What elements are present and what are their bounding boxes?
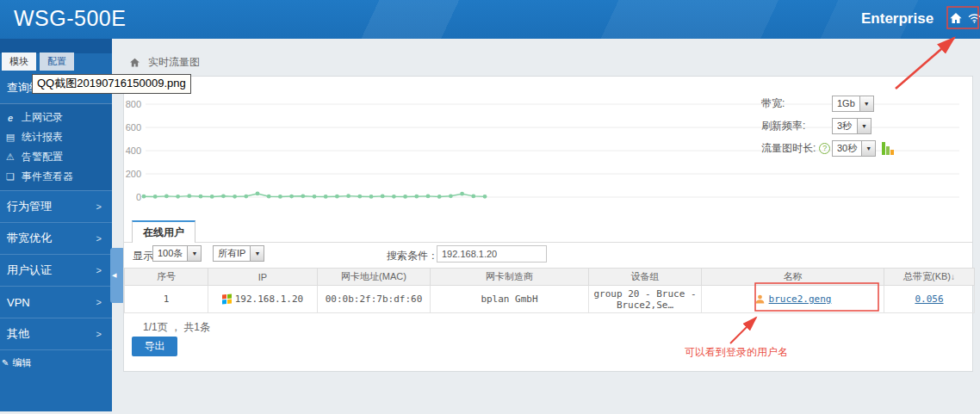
breadcrumb-home-icon[interactable] <box>129 57 140 68</box>
chevron-right-icon: > <box>96 297 102 307</box>
breadcrumb-label: 实时流量图 <box>148 55 200 70</box>
chevron-right-icon: > <box>96 265 102 275</box>
sidebar-item-others[interactable]: 其他 > <box>0 318 112 349</box>
dropdown-arrow-icon: ▼ <box>250 246 264 261</box>
sidebar-item-statistics-report[interactable]: ▤ 统计报表 <box>0 127 112 147</box>
sidebar-item-label: 统计报表 <box>22 130 63 145</box>
sidebar-tab-modules[interactable]: 模块 <box>2 53 36 71</box>
chevron-right-icon: > <box>96 329 102 339</box>
dropdown-arrow-icon: ▼ <box>187 246 201 261</box>
cell-traffic: 0.056 <box>884 286 975 313</box>
dropdown-arrow-icon: ▼ <box>857 119 871 133</box>
breadcrumb: 实时流量图 <box>129 55 200 70</box>
chart-duration-value: 30秒 <box>833 141 861 156</box>
cell-name: bruce2.geng <box>702 286 884 313</box>
col-mac[interactable]: 网卡地址(MAC) <box>318 269 431 286</box>
sidebar-tab-config[interactable]: 配置 <box>40 53 74 71</box>
filename-tooltip: QQ截图20190716150009.png <box>32 74 191 94</box>
col-total-bandwidth[interactable]: 总带宽(KB)↓ <box>884 269 975 286</box>
page-size-select[interactable]: 100条 ▼ <box>152 245 202 262</box>
dropdown-arrow-icon: ▼ <box>859 96 873 111</box>
chart-duration-select[interactable]: 30秒 ▼ <box>832 140 876 157</box>
sidebar-item-label: 告警配置 <box>22 150 63 164</box>
ip-filter-value: 所有IP <box>214 246 250 261</box>
table-header-row: 序号 IP 网卡地址(MAC) 网卡制造商 设备组 名称 总带宽(KB)↓ <box>125 269 975 286</box>
sidebar-item-vpn[interactable]: VPN > <box>0 286 112 318</box>
user-name-link[interactable]: bruce2.geng <box>769 294 832 305</box>
refresh-rate-label: 刷新频率: <box>761 119 832 133</box>
cell-ip: 192.168.1.20 <box>208 286 318 313</box>
export-button[interactable]: 导出 <box>132 337 177 356</box>
bandwidth-label: 带宽: <box>761 96 832 111</box>
table-filter-row: 显示 100条 ▼ 所有IP ▼ 搜索条件： <box>124 245 972 263</box>
app-title: WSG-500E <box>14 6 126 31</box>
user-icon <box>754 294 766 305</box>
cell-vendor: bplan GmbH <box>431 286 589 313</box>
report-icon: ▤ <box>4 132 16 143</box>
sidebar-top-strip <box>0 39 112 53</box>
sidebar-item-behavior-management[interactable]: 行为管理 > <box>0 190 112 222</box>
edit-icon: ✎ <box>2 358 9 368</box>
cell-index: 1 <box>125 286 208 313</box>
pagination-info: 1/1页 ， 共1条 <box>143 320 210 335</box>
sidebar-item-label: 编辑 <box>12 356 31 369</box>
sidebar-item-internet-records[interactable]: e 上网记录 <box>0 108 112 127</box>
tab-strip: 在线用户 <box>124 220 972 243</box>
sidebar-item-user-authentication[interactable]: 用户认证 > <box>0 254 112 286</box>
chart-duration-label: 流量图时长: ? <box>761 141 832 156</box>
col-ip[interactable]: IP <box>208 269 318 286</box>
bar-chart-icon[interactable] <box>882 142 894 155</box>
dropdown-arrow-icon: ▼ <box>861 141 875 156</box>
header-texture <box>0 0 980 39</box>
col-name[interactable]: 名称 <box>702 269 884 286</box>
sidebar-item-label: 带宽优化 <box>7 231 52 246</box>
sort-desc-icon: ↓ <box>951 272 955 281</box>
traffic-link[interactable]: 0.056 <box>915 294 943 305</box>
svg-text:0: 0 <box>136 192 141 202</box>
windows-os-icon <box>222 294 232 305</box>
sidebar-item-label: 其他 <box>7 326 29 342</box>
home-icon[interactable] <box>949 11 963 25</box>
page-size-value: 100条 <box>153 246 187 261</box>
sidebar-item-label: 事件查看器 <box>22 170 73 184</box>
sidebar-item-label: 用户认证 <box>7 263 52 278</box>
search-label: 搜索条件： <box>387 249 438 263</box>
sidebar-item-label: 上网记录 <box>22 110 63 125</box>
chevron-right-icon: > <box>96 233 102 244</box>
cell-mac: 00:0b:2f:7b:df:60 <box>318 286 431 313</box>
bandwidth-select[interactable]: 1Gb ▼ <box>832 96 874 112</box>
search-input[interactable] <box>437 245 547 263</box>
content-panel: 0200400600800 带宽: 1Gb ▼ 刷新频率: 3秒 ▼ 流量图时长… <box>123 76 973 372</box>
help-icon[interactable]: ? <box>819 143 830 154</box>
ip-filter-select[interactable]: 所有IP ▼ <box>213 245 264 262</box>
alert-icon: ⚠ <box>4 151 16 163</box>
wifi-icon[interactable] <box>967 11 980 25</box>
cell-device-group: group 20 - Bruce - Bruce2,Se… <box>589 286 702 313</box>
col-index[interactable]: 序号 <box>125 269 208 286</box>
sidebar-item-label: 行为管理 <box>7 199 52 214</box>
sidebar-item-label: VPN <box>7 296 30 309</box>
online-users-table: 序号 IP 网卡地址(MAC) 网卡制造商 设备组 名称 总带宽(KB)↓ 1 … <box>124 268 975 313</box>
svg-text:800: 800 <box>126 99 141 109</box>
svg-text:400: 400 <box>126 145 141 156</box>
sidebar-item-edit[interactable]: ✎ 编辑 <box>0 349 112 375</box>
table-row: 1 192.168.1.20 00:0b:2f:7b:df:60 bplan G… <box>125 286 975 313</box>
sidebar-submenu: e 上网记录 ▤ 统计报表 ⚠ 告警配置 ❏ 事件查看器 <box>0 103 112 190</box>
tab-online-users[interactable]: 在线用户 <box>132 220 195 243</box>
svg-text:600: 600 <box>126 122 141 133</box>
sidebar-item-bandwidth-optimization[interactable]: 带宽优化 > <box>0 222 112 254</box>
refresh-rate-select[interactable]: 3秒 ▼ <box>832 118 871 134</box>
svg-text:200: 200 <box>126 169 141 179</box>
col-vendor[interactable]: 网卡制造商 <box>431 269 589 286</box>
chart-controls: 带宽: 1Gb ▼ 刷新频率: 3秒 ▼ 流量图时长: ? 30秒 ▼ <box>761 92 972 159</box>
annotation-text: 可以看到登录的用户名 <box>685 345 788 360</box>
sidebar: 模块 配置 查询统计 e 上网记录 ▤ 统计报表 ⚠ 告警配置 ❏ 事件查看器 … <box>0 39 112 411</box>
app-header: WSG-500E Enterprise <box>0 0 980 39</box>
col-device-group[interactable]: 设备组 <box>589 269 702 286</box>
sidebar-item-alert-config[interactable]: ⚠ 告警配置 <box>0 147 112 167</box>
show-label: 显示 <box>133 249 153 263</box>
browser-icon: e <box>4 113 16 123</box>
event-viewer-icon: ❏ <box>4 171 16 182</box>
chevron-right-icon: > <box>96 201 102 212</box>
sidebar-item-event-viewer[interactable]: ❏ 事件查看器 <box>0 167 112 187</box>
